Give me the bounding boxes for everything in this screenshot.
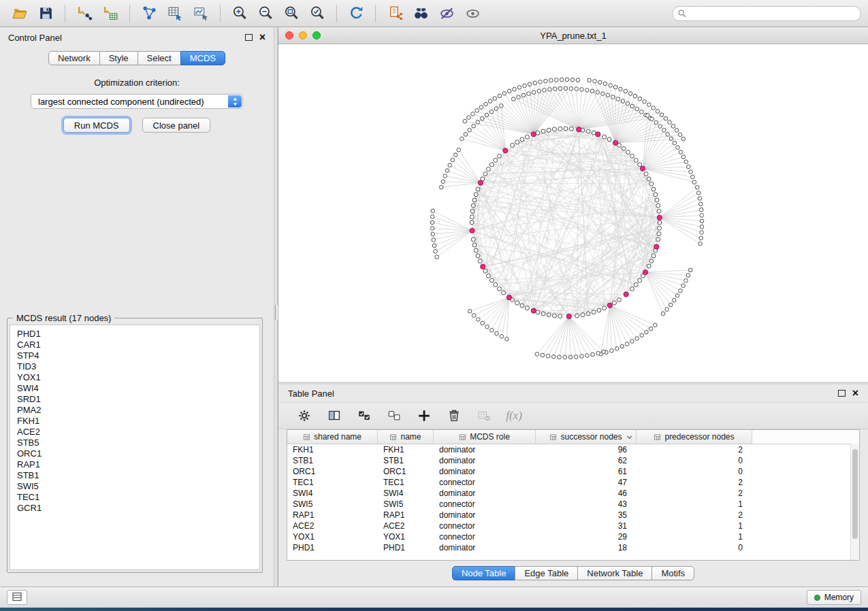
cell-shared-name: TEC1 bbox=[287, 478, 378, 487]
tab-node-table[interactable]: Node Table bbox=[452, 566, 516, 580]
mcds-result-item[interactable]: SWI4 bbox=[17, 383, 259, 394]
open-folder-button[interactable] bbox=[7, 3, 33, 24]
gear-button[interactable] bbox=[295, 406, 314, 425]
import-network-button[interactable] bbox=[71, 3, 97, 24]
clone-network-button[interactable] bbox=[382, 3, 408, 24]
table-panel-title: Table Panel bbox=[288, 389, 334, 399]
tab-edge-table[interactable]: Edge Table bbox=[515, 566, 578, 580]
mcds-result-item[interactable]: STB5 bbox=[17, 437, 259, 448]
float-panel-icon[interactable] bbox=[838, 390, 846, 397]
column-header-successor-nodes[interactable]: successor nodes bbox=[536, 430, 637, 444]
mcds-result-item[interactable]: PMA2 bbox=[17, 405, 259, 416]
delete-button[interactable] bbox=[445, 406, 464, 425]
node-table: shared namenameMCDS rolesuccessor nodesp… bbox=[287, 429, 860, 561]
cell-predecessor-nodes: 1 bbox=[637, 499, 752, 509]
mcds-result-item[interactable]: YOX1 bbox=[17, 372, 259, 383]
criterion-dropdown[interactable]: largest connected component (undirected) bbox=[31, 94, 243, 109]
run-mcds-button[interactable]: Run MCDS bbox=[63, 118, 130, 133]
table-row[interactable]: ACE2ACE2connector311 bbox=[287, 521, 859, 531]
zoom-out-icon bbox=[257, 5, 274, 22]
mcds-result-item[interactable]: SWI5 bbox=[17, 481, 259, 492]
zoom-in-button[interactable] bbox=[227, 3, 253, 24]
close-panel-icon[interactable]: × bbox=[852, 389, 858, 397]
new-table-button[interactable] bbox=[162, 3, 188, 24]
mcds-result-item[interactable]: STP4 bbox=[17, 350, 259, 361]
table-row[interactable]: FKH1FKH1dominator962 bbox=[287, 444, 859, 455]
table-row[interactable]: SWI5SWI5connector431 bbox=[287, 499, 859, 510]
table-scrollbar[interactable] bbox=[850, 444, 859, 560]
scrollbar-thumb[interactable] bbox=[852, 449, 858, 539]
panel-layout-button[interactable] bbox=[7, 590, 27, 605]
table-row[interactable]: TEC1TEC1connector472 bbox=[287, 477, 859, 488]
unselect-all-icon bbox=[387, 408, 402, 423]
tab-select[interactable]: Select bbox=[138, 51, 181, 65]
column-header-MCDS-role[interactable]: MCDS role bbox=[434, 430, 536, 444]
refresh-button[interactable] bbox=[343, 3, 369, 24]
table-row[interactable]: STB1STB1dominator620 bbox=[287, 455, 859, 466]
cell-MCDS-role: connector bbox=[434, 532, 536, 542]
cell-shared-name: PHD1 bbox=[287, 543, 378, 552]
mcds-result-item[interactable]: FKH1 bbox=[17, 416, 259, 427]
tab-motifs[interactable]: Motifs bbox=[652, 566, 694, 580]
table-row[interactable]: YOX1YOX1connector291 bbox=[287, 531, 859, 542]
float-panel-icon[interactable] bbox=[245, 34, 253, 41]
mcds-result-item[interactable]: SRD1 bbox=[17, 394, 259, 405]
mcds-result-item[interactable]: CAR1 bbox=[17, 340, 259, 350]
column-header-shared-name[interactable]: shared name bbox=[287, 430, 378, 444]
tab-style[interactable]: Style bbox=[99, 51, 138, 65]
column-attr-icon bbox=[389, 433, 397, 441]
tab-network[interactable]: Network bbox=[48, 51, 100, 65]
save-button[interactable] bbox=[33, 3, 59, 24]
zoom-in-icon bbox=[231, 5, 248, 22]
new-network-button[interactable] bbox=[136, 3, 162, 24]
tab-mcds[interactable]: MCDS bbox=[180, 51, 225, 65]
unselect-all-button[interactable] bbox=[385, 406, 404, 425]
network-view[interactable] bbox=[278, 44, 868, 382]
mcds-result-item[interactable]: ACE2 bbox=[17, 427, 259, 437]
cell-successor-nodes: 29 bbox=[536, 532, 637, 542]
close-panel-icon[interactable]: × bbox=[259, 33, 266, 42]
add-button[interactable] bbox=[415, 406, 434, 425]
binoculars-button[interactable] bbox=[408, 3, 434, 24]
network-window-titlebar[interactable]: YPA_prune.txt_1 bbox=[278, 27, 868, 44]
mcds-result-item[interactable]: RAP1 bbox=[17, 459, 259, 470]
search-input[interactable] bbox=[672, 6, 861, 21]
mcds-result-list[interactable]: PHD1CAR1STP4TID3YOX1SWI4SRD1PMA2FKH1ACE2… bbox=[10, 325, 260, 570]
show-results-button[interactable] bbox=[460, 3, 485, 24]
memory-button[interactable]: Memory bbox=[807, 590, 861, 605]
panel-splitter[interactable] bbox=[274, 27, 278, 587]
zoom-selected-button[interactable] bbox=[304, 3, 330, 24]
zoom-fit-button[interactable] bbox=[278, 3, 304, 24]
control-panel-header: Control Panel × bbox=[0, 27, 274, 48]
mcds-result-item[interactable]: TID3 bbox=[17, 361, 259, 372]
export-image-button[interactable] bbox=[188, 3, 214, 24]
import-table-button[interactable] bbox=[97, 3, 123, 24]
column-header-name[interactable]: name bbox=[378, 430, 434, 444]
tab-network-table[interactable]: Network Table bbox=[577, 566, 652, 580]
columns-button[interactable] bbox=[325, 406, 344, 425]
clear-disabled-button[interactable] bbox=[475, 406, 494, 425]
network-graph[interactable] bbox=[278, 44, 868, 382]
zoom-out-button[interactable] bbox=[253, 3, 278, 24]
mcds-tab-content: Optimization criterion: largest connecte… bbox=[0, 78, 274, 133]
table-row[interactable]: RAP1RAP1dominator352 bbox=[287, 510, 859, 521]
close-mcds-panel-button[interactable]: Close panel bbox=[142, 118, 211, 133]
mcds-result-item[interactable]: PHD1 bbox=[17, 329, 259, 340]
mcds-result-item[interactable]: STB1 bbox=[17, 470, 259, 481]
column-header-predecessor-nodes[interactable]: predecessor nodes bbox=[637, 430, 752, 444]
table-row[interactable]: PHD1PHD1dominator180 bbox=[287, 542, 859, 553]
table-row[interactable]: ORC1ORC1dominator610 bbox=[287, 466, 859, 477]
select-all-button[interactable] bbox=[355, 406, 374, 425]
mcds-result-item[interactable]: ORC1 bbox=[17, 448, 259, 459]
select-all-icon bbox=[357, 408, 372, 423]
table-row[interactable]: SWI4SWI4dominator462 bbox=[287, 488, 859, 499]
cell-successor-nodes: 46 bbox=[536, 489, 637, 498]
dropdown-stepper-icon bbox=[228, 95, 242, 108]
hide-results-button[interactable] bbox=[434, 3, 460, 24]
mcds-result-item[interactable]: GCR1 bbox=[17, 503, 259, 514]
cell-name: SWI4 bbox=[378, 489, 434, 498]
cell-successor-nodes: 96 bbox=[536, 445, 637, 455]
mcds-result-item[interactable]: TEC1 bbox=[17, 492, 259, 503]
cell-successor-nodes: 62 bbox=[536, 456, 637, 465]
fx-button[interactable]: f(x) bbox=[504, 406, 524, 425]
